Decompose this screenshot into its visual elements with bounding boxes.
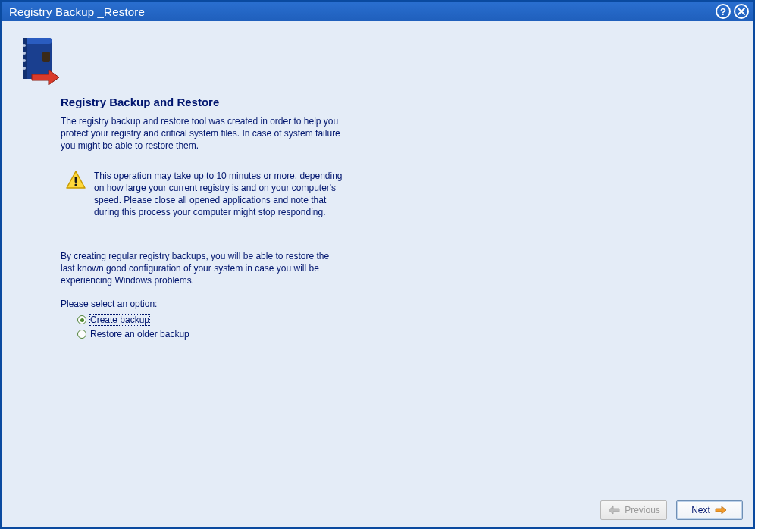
- arrow-left-icon: [607, 505, 621, 515]
- svg-point-7: [23, 59, 26, 62]
- radio-icon: [77, 330, 86, 339]
- intro-text: The registry backup and restore tool was…: [61, 115, 356, 152]
- title-bar: Registry Backup _Restore ?: [2, 2, 753, 21]
- page-heading: Registry Backup and Restore: [61, 95, 219, 108]
- arrow-right-icon: [714, 505, 728, 515]
- option-restore-label: Restore an older backup: [89, 328, 190, 340]
- close-icon: [737, 7, 746, 16]
- previous-button: Previous: [600, 500, 667, 520]
- svg-rect-9: [42, 52, 50, 62]
- help-button[interactable]: ?: [716, 4, 731, 19]
- svg-point-5: [23, 44, 26, 47]
- content-area: Registry Backup and Restore The registry…: [2, 21, 753, 527]
- option-create-backup[interactable]: Create backup: [77, 314, 190, 326]
- warning-text: This operation may take up to 10 minutes…: [94, 170, 343, 218]
- select-option-label: Please select an option:: [61, 299, 157, 309]
- next-button[interactable]: Next: [676, 500, 743, 520]
- previous-label: Previous: [625, 505, 660, 515]
- svg-point-8: [23, 67, 26, 70]
- svg-point-11: [74, 183, 77, 186]
- next-label: Next: [691, 505, 710, 515]
- svg-rect-10: [75, 177, 77, 183]
- option-create-label: Create backup: [89, 314, 150, 326]
- close-button[interactable]: [734, 4, 749, 19]
- warning-icon: [65, 170, 86, 189]
- window-title: Registry Backup _Restore: [9, 5, 716, 18]
- option-restore-backup[interactable]: Restore an older backup: [77, 328, 190, 340]
- svg-point-6: [23, 52, 26, 55]
- registry-book-icon: [18, 35, 61, 90]
- radio-icon: [77, 315, 86, 324]
- svg-rect-4: [23, 38, 27, 79]
- backup-info-text: By creating regular registry backups, yo…: [61, 250, 341, 286]
